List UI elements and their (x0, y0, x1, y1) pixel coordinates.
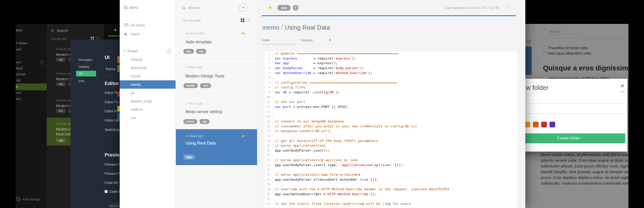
close-icon[interactable]: × (620, 82, 624, 89)
note-tag[interactable]: data (183, 155, 195, 160)
breadcrumb-folder[interactable]: memo (262, 24, 279, 31)
code-line[interactable]: 6 (265, 75, 517, 80)
settings-theme-label[interactable]: Theme (105, 67, 116, 71)
add-tab-button[interactable]: + (329, 37, 331, 43)
note-list-item[interactable]: an hours ago★Jade templatewiptag (176, 28, 257, 58)
dark-sort-label[interactable]: Sort by xxx (51, 37, 66, 41)
settings-row[interactable]: Editor Ind (105, 118, 119, 122)
dark-add-storage-button[interactable]: Add storage (16, 197, 40, 202)
note-tag[interactable]: wip (56, 82, 66, 86)
code-line[interactable]: 26// parse application/x-www-form-urlenc… (265, 172, 517, 177)
folder-color-swatch[interactable] (549, 122, 555, 127)
dark-sidebar-folder[interactable]: sql (16, 77, 21, 84)
dark-project-header[interactable]: ect (16, 60, 21, 64)
sort-selector[interactable]: Sort by date (183, 18, 201, 22)
sidebar-folder-Default[interactable]: Default (120, 55, 176, 64)
dark-menu-label[interactable]: enu (16, 28, 22, 32)
new-note-button[interactable]: + (239, 4, 247, 12)
note-tag[interactable]: tag (199, 119, 210, 124)
code-line[interactable]: 29// override with the X-HTTP-Method-Ove… (265, 187, 517, 192)
code-line[interactable]: 1// modules ============================… (265, 51, 517, 56)
code-line[interactable]: 14 (265, 114, 517, 119)
dark-sidebar-folder[interactable]: ers (16, 95, 21, 102)
dark-sidebar-item-all-notes[interactable]: ll Notes (16, 41, 27, 45)
code-line[interactable]: 15// connect to our mongoDB database (265, 119, 517, 124)
settings-row[interactable]: Editor Fo (105, 109, 118, 113)
create-folder-button[interactable]: Create folder (525, 133, 625, 143)
code-line[interactable]: 11// set our port (265, 100, 517, 105)
code-line[interactable]: 30app.use(methodOverride('X-HTTP-Method-… (265, 192, 517, 197)
note-list-item[interactable]: 2 hours agoModern Design Toolsdesigntool (176, 58, 257, 94)
sidebar-folder-git[interactable]: git (120, 89, 176, 97)
code-line[interactable]: 3var app = express(); (265, 61, 517, 66)
code-line[interactable]: 24app.use(bodyParser.json({ type: 'appli… (265, 163, 517, 168)
code-line[interactable]: 21app.use(bodyParser.json()); (265, 148, 517, 153)
note-tag[interactable]: wip (56, 138, 66, 143)
dark-add-folder-icon[interactable]: + (40, 61, 44, 64)
hamburger-menu-icon[interactable] (124, 6, 128, 9)
settings-tab-storages[interactable]: Storages (78, 58, 92, 62)
code-line[interactable]: 25 (265, 167, 517, 172)
add-tag-button[interactable]: + (293, 5, 299, 11)
sidebar-folder-nodeJs[interactable]: nodeJs (120, 105, 176, 114)
code-line[interactable]: 7// configuration ======================… (265, 80, 517, 85)
sidebar-folder-laravel_study[interactable]: laravel_study (120, 97, 176, 105)
star-icon[interactable]: ★ (113, 28, 117, 32)
settings-tab-info[interactable]: Info (78, 79, 84, 83)
code-line[interactable]: 27app.use(bodyParser.urlencoded({ extend… (265, 177, 517, 182)
note-star-icon[interactable]: ★ (241, 133, 245, 139)
sidebar-folder-mysql[interactable]: mysql (120, 72, 176, 80)
note-tag[interactable]: wip (56, 109, 66, 113)
code-line[interactable]: 23// parse application/vnd.api+json as j… (265, 158, 517, 163)
note-tag[interactable]: wip (56, 57, 66, 62)
settings-row[interactable]: Editor Fo (105, 100, 118, 104)
code-line[interactable]: 13 (265, 109, 517, 114)
sidebar-folder-Boostnote[interactable]: Boostnote (120, 64, 176, 72)
project-tree-header[interactable]: Project (128, 49, 138, 53)
note-tag-pill[interactable]: data (277, 5, 291, 11)
settings-row[interactable]: Preview F (105, 172, 120, 176)
folder-color-swatch[interactable] (541, 122, 547, 127)
code-line[interactable]: 31 (265, 197, 517, 202)
grid-view-icon[interactable] (241, 18, 244, 22)
code-line[interactable]: 17// mongoose.connect(db.url); (265, 129, 517, 134)
code-line[interactable]: 9var db = require('./config/db'); (265, 90, 517, 95)
code-line[interactable]: 20// parse application/json (265, 143, 517, 148)
code-editor[interactable]: 1// modules ============================… (264, 51, 517, 208)
code-line[interactable]: 10 (265, 95, 517, 100)
code-line[interactable]: 28 (265, 182, 517, 187)
code-line[interactable]: 2var express = require('express'); (265, 56, 517, 61)
settings-tab-ui-selected[interactable]: UI (76, 71, 96, 76)
folder-color-swatch[interactable] (525, 122, 530, 127)
settings-row[interactable]: Preview F (105, 162, 120, 166)
code-line[interactable]: 4var bodyParser = require('body-parser')… (265, 66, 517, 71)
note-tag[interactable]: wip (183, 49, 194, 54)
tab-main[interactable]: main (262, 38, 270, 42)
note-list-item[interactable]: 3 hours agoMean server settingservertag (176, 94, 257, 129)
tab-module[interactable]: module (301, 38, 313, 42)
note-star-toggle[interactable]: ★ (268, 5, 272, 11)
code-line[interactable]: 8// config files (265, 85, 517, 90)
sidebar-item-starred[interactable]: Stard (131, 32, 139, 36)
search-input[interactable]: Search (188, 5, 200, 10)
chevron-down-icon[interactable]: ▾ (124, 49, 125, 52)
settings-checkbox[interactable] (105, 190, 108, 193)
note-tag[interactable]: server (183, 119, 197, 124)
dark-search-input[interactable]: Search (51, 29, 68, 33)
note-star-icon[interactable]: ★ (241, 31, 245, 36)
folder-color-swatch[interactable] (533, 122, 539, 127)
note-list-item[interactable]: 12 days ago★Using Real Datadata (176, 129, 257, 165)
dark-sidebar-item-starred[interactable]: ard (16, 47, 21, 51)
code-line[interactable]: 22 (265, 153, 517, 158)
code-line[interactable]: 12var port = process.env.PORT || 8080; (265, 105, 517, 109)
note-tag[interactable]: design (183, 83, 198, 88)
kebab-menu-icon[interactable]: ⋮ (505, 5, 509, 10)
code-line[interactable]: 19// get all data/stuff of the body (POS… (265, 139, 517, 144)
code-line[interactable]: 18 (265, 134, 517, 139)
folder-name-input[interactable] (525, 103, 627, 114)
add-folder-icon[interactable]: + (166, 49, 171, 54)
code-line[interactable]: 32// set the static files location /publ… (265, 202, 517, 206)
settings-row[interactable]: Switching (105, 128, 119, 132)
list-view-icon[interactable] (246, 18, 250, 22)
settings-tab-hotkey[interactable]: Hotkey (78, 65, 89, 69)
